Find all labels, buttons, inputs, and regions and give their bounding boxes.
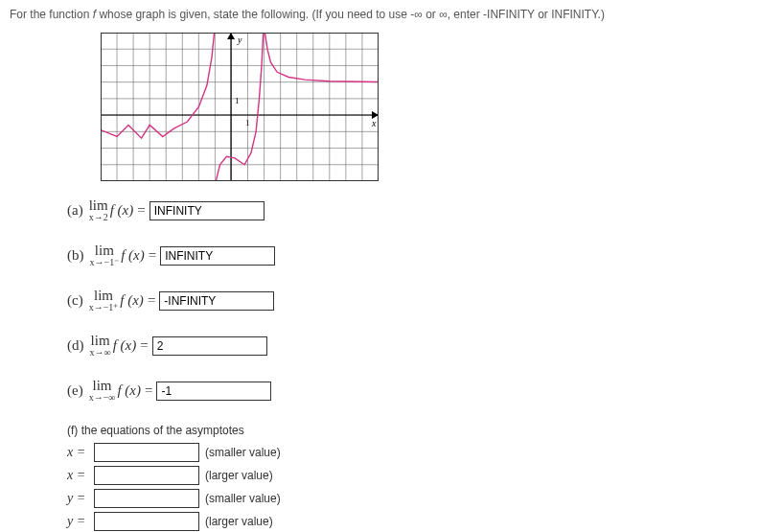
asymptote-row-x-larger: x = (larger value) <box>67 466 749 485</box>
problem-a: (a) lim x→2 f (x) = <box>67 198 749 222</box>
asym-x-smaller-input[interactable] <box>94 443 199 462</box>
letter-b: (b) <box>67 247 84 264</box>
problem-e: (e) lim x→−∞ f (x) = <box>67 379 749 403</box>
limit-b: lim x→−1⁻ <box>90 243 120 267</box>
answer-e-input[interactable] <box>156 382 271 401</box>
asym-y-larger-input[interactable] <box>94 512 199 531</box>
problem-b: (b) lim x→−1⁻ f (x) = <box>67 243 749 267</box>
asymptote-row-y-larger: y = (larger value) <box>67 512 749 531</box>
x-axis-label: x <box>371 118 377 128</box>
limit-e: lim x→−∞ <box>89 379 116 403</box>
letter-d: (d) <box>67 337 84 354</box>
answer-b-input[interactable] <box>160 246 275 266</box>
problem-c: (c) lim x→−1⁺ f (x) = <box>67 289 749 312</box>
letter-a: (a) <box>67 202 83 219</box>
function-graph: y x 1 1 <box>101 33 379 181</box>
asymptotes-section: (f) the equations of the asymptotes x = … <box>67 424 749 531</box>
graph-container: y x 1 1 <box>101 33 749 181</box>
limit-c: lim x→−1⁺ <box>89 289 119 312</box>
letter-e: (e) <box>67 382 83 399</box>
letter-c: (c) <box>67 292 83 309</box>
answer-d-input[interactable] <box>152 336 267 356</box>
asym-x-larger-input[interactable] <box>94 466 199 485</box>
asymptote-row-x-smaller: x = (smaller value) <box>67 443 749 462</box>
asymptotes-title: (f) the equations of the asymptotes <box>67 424 749 437</box>
answer-a-input[interactable] <box>150 201 264 220</box>
asym-y-smaller-input[interactable] <box>94 489 199 508</box>
limit-d: lim x→∞ <box>90 334 111 358</box>
problem-d: (d) lim x→∞ f (x) = <box>67 334 749 358</box>
asymptote-row-y-smaller: y = (smaller value) <box>67 489 749 508</box>
tick-x-1: 1 <box>245 118 250 127</box>
intro-text: For the function f whose graph is given,… <box>10 8 749 21</box>
answer-c-input[interactable] <box>159 291 274 311</box>
limit-a: lim x→2 <box>89 198 108 222</box>
tick-y-1: 1 <box>235 96 240 105</box>
svg-rect-0 <box>101 33 379 181</box>
y-axis-label: y <box>237 35 242 45</box>
